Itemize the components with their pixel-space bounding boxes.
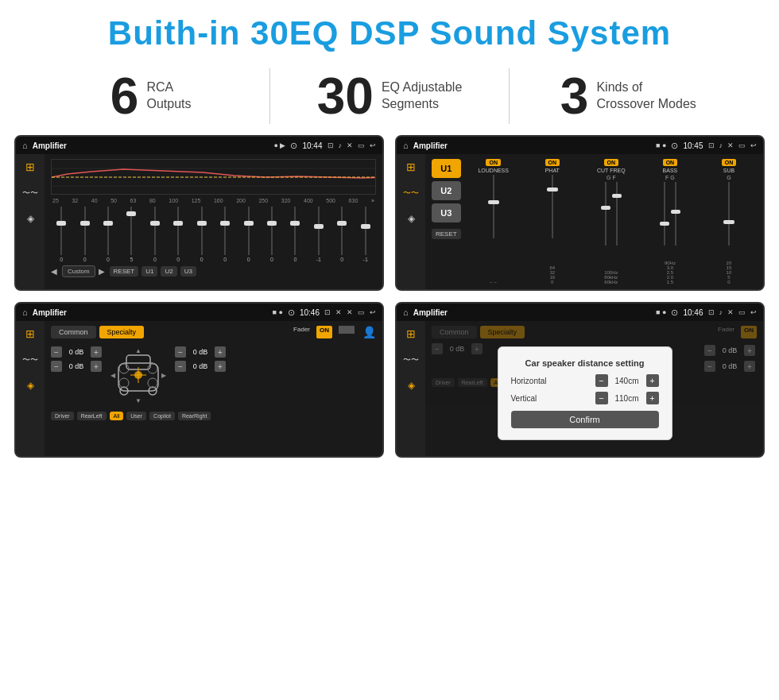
- fader-driver-btn[interactable]: Driver: [51, 412, 74, 420]
- eq-slider-7[interactable]: 0: [192, 207, 212, 262]
- ctrl-phat: ON PHAT 6432160: [525, 159, 580, 284]
- vol-row-3: − 0 dB +: [175, 346, 226, 358]
- cutfreq-slider[interactable]: [583, 182, 639, 269]
- eq-u3-btn[interactable]: U3: [180, 266, 196, 277]
- tab-specialty[interactable]: Specialty: [99, 326, 145, 338]
- eq-reset-btn[interactable]: RESET: [110, 266, 139, 277]
- eq-status-bar: ⌂ Amplifier ● ▶ ⊙ 10:44 ⊡ ♪ ✕ ▭ ↩: [16, 137, 382, 154]
- eq-slider-10[interactable]: 0: [262, 207, 282, 262]
- cutfreq-toggle[interactable]: ON: [604, 159, 619, 166]
- crossover-reset-btn[interactable]: RESET: [432, 229, 461, 239]
- crossover-screen-title: Amplifier: [413, 141, 651, 150]
- vol2-minus[interactable]: −: [51, 361, 62, 372]
- eq-slider-2[interactable]: 0: [74, 207, 95, 262]
- sub-slider[interactable]: [701, 182, 757, 259]
- phat-slider[interactable]: [525, 175, 580, 264]
- eq-slider-11[interactable]: 0: [285, 207, 305, 262]
- fader-slider-mini[interactable]: [339, 326, 355, 334]
- fader-home-icon[interactable]: ⌂: [22, 307, 28, 317]
- stat-number-rca: 6: [110, 71, 139, 122]
- eq-slider-1[interactable]: 0: [51, 207, 72, 262]
- stat-divider-1: [269, 68, 270, 124]
- fader-user-btn[interactable]: User: [126, 412, 146, 420]
- crossover-sidebar: ⊞ 〜〜 ◈: [397, 154, 425, 289]
- fader-wave-icon[interactable]: 〜〜: [22, 354, 38, 365]
- eq-custom-btn[interactable]: Custom: [62, 265, 95, 277]
- fader-copilot-btn[interactable]: Copilot: [149, 412, 175, 420]
- crossover-speaker-icon[interactable]: ◈: [408, 213, 415, 224]
- eq-sidebar-wave-icon[interactable]: 〜〜: [22, 188, 38, 199]
- bass-slider[interactable]: [642, 182, 698, 259]
- vol2-plus[interactable]: +: [91, 361, 102, 372]
- fader-rearleft-btn[interactable]: RearLeft: [77, 412, 107, 420]
- eq-slider-13[interactable]: 0: [331, 207, 352, 262]
- stat-text-rca: RCA Outputs: [146, 79, 191, 113]
- eq-slider-9[interactable]: 0: [238, 207, 258, 262]
- svg-text:◀: ◀: [110, 372, 116, 379]
- confirm-screen-title: Amplifier: [413, 308, 651, 317]
- confirm-dialog: Car speaker distance setting Horizontal …: [498, 346, 672, 440]
- eq-u2-btn[interactable]: U2: [161, 266, 176, 277]
- confirm-wave-icon[interactable]: 〜〜: [403, 354, 419, 365]
- crossover-u3-btn[interactable]: U3: [432, 203, 461, 222]
- eq-slider-5[interactable]: 0: [145, 207, 165, 262]
- fader-person-icon[interactable]: 👤: [362, 326, 376, 338]
- fader-nav-btns: Driver RearLeft All User Copilot RearRig…: [51, 412, 376, 420]
- eq-more-icon[interactable]: »: [371, 198, 374, 203]
- bass-toggle[interactable]: ON: [663, 159, 678, 166]
- eq-back-icon[interactable]: ↩: [370, 141, 376, 149]
- eq-slider-6[interactable]: 0: [168, 207, 188, 262]
- eq-camera-icon: ⊡: [327, 141, 334, 149]
- eq-u1-btn[interactable]: U1: [141, 266, 157, 277]
- fader-all-btn[interactable]: All: [110, 412, 124, 420]
- phat-toggle[interactable]: ON: [545, 159, 560, 166]
- eq-prev-btn[interactable]: ◀: [51, 267, 57, 276]
- loudness-slider[interactable]: [466, 175, 521, 278]
- eq-window-icon[interactable]: ▭: [358, 141, 365, 149]
- vol1-minus[interactable]: −: [51, 346, 62, 358]
- eq-sidebar-speaker-icon[interactable]: ◈: [27, 213, 34, 224]
- crossover-u1-btn[interactable]: U1: [432, 159, 461, 178]
- stat-divider-2: [509, 68, 510, 124]
- eq-slider-8[interactable]: 0: [215, 207, 235, 262]
- confirm-right-vols: −0 dB+ −0 dB+: [704, 345, 755, 372]
- eq-sidebar-tuner-icon[interactable]: ⊞: [25, 160, 35, 173]
- vertical-plus[interactable]: +: [646, 392, 659, 404]
- vol4-plus[interactable]: +: [215, 361, 226, 372]
- vol4-minus[interactable]: −: [175, 361, 186, 372]
- fader-tuner-icon[interactable]: ⊞: [25, 327, 35, 340]
- fader-speaker-icon[interactable]: ◈: [27, 380, 34, 391]
- svg-rect-5: [601, 206, 610, 210]
- confirm-speaker-icon[interactable]: ◈: [408, 380, 415, 391]
- sub-toggle[interactable]: ON: [722, 159, 737, 166]
- vol3-minus[interactable]: −: [175, 346, 186, 358]
- eq-close-icon[interactable]: ✕: [347, 141, 353, 149]
- vertical-minus[interactable]: −: [595, 392, 608, 404]
- confirm-home-icon[interactable]: ⌂: [403, 307, 409, 317]
- eq-volume-icon: ♪: [339, 141, 343, 149]
- crossover-tuner-icon[interactable]: ⊞: [406, 160, 416, 173]
- horizontal-minus[interactable]: −: [595, 374, 608, 387]
- vol3-plus[interactable]: +: [215, 346, 226, 358]
- eq-slider-14[interactable]: -1: [355, 207, 375, 262]
- fader-toggle[interactable]: ON: [316, 326, 332, 338]
- ctrl-loudness: ON LOUDNESS ~ ~: [466, 159, 521, 284]
- confirm-tuner-icon[interactable]: ⊞: [406, 327, 416, 340]
- fader-rearright-btn[interactable]: RearRight: [178, 412, 211, 420]
- tab-common[interactable]: Common: [51, 326, 96, 338]
- eq-slider-4[interactable]: 5: [121, 207, 141, 262]
- eq-slider-3[interactable]: 0: [98, 207, 118, 262]
- horizontal-plus[interactable]: +: [646, 374, 659, 387]
- confirm-button[interactable]: Confirm: [511, 411, 659, 428]
- vol1-plus[interactable]: +: [91, 346, 102, 358]
- eq-next-btn[interactable]: ▶: [99, 267, 105, 276]
- eq-slider-12[interactable]: -1: [308, 207, 329, 262]
- stat-text-crossover: Kinds of Crossover Modes: [596, 79, 696, 113]
- crossover-u2-btn[interactable]: U2: [432, 181, 461, 200]
- crossover-home-icon[interactable]: ⌂: [403, 141, 409, 150]
- confirm-screen-content: ⊞ 〜〜 ◈ Common Specialty Fader ON −0 dB+: [397, 321, 763, 456]
- eq-sidebar: ⊞ 〜〜 ◈: [16, 154, 45, 289]
- loudness-toggle[interactable]: ON: [486, 159, 501, 166]
- crossover-wave-icon[interactable]: 〜〜: [403, 188, 419, 199]
- home-icon[interactable]: ⌂: [22, 141, 28, 150]
